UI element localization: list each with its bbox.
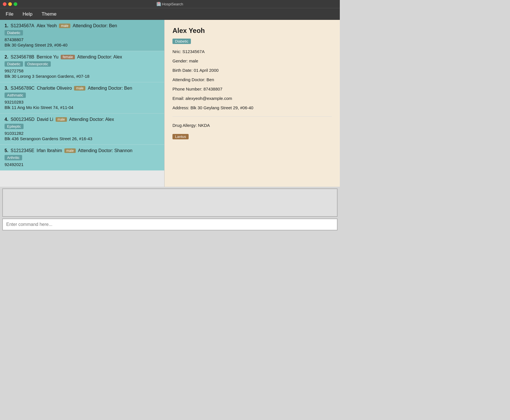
condition-tag: Arthritic bbox=[5, 155, 22, 160]
gender-badge: male bbox=[59, 24, 70, 28]
detail-divider bbox=[172, 116, 332, 117]
patient-index: 1. bbox=[5, 23, 8, 28]
app-title: HospiSearch bbox=[162, 2, 183, 6]
condition-tags: DiabeticOsteoporotic bbox=[5, 61, 160, 67]
detail-nric-value: S1234567A bbox=[182, 49, 205, 54]
condition-tags: Epileptic bbox=[5, 124, 160, 129]
patient-doctor: Attending Doctor: Ben bbox=[88, 86, 132, 91]
patient-card[interactable]: 2.S2345678BBernice YufemaleAttending Doc… bbox=[0, 51, 164, 82]
patient-index: 2. bbox=[5, 54, 8, 60]
gender-badge: male bbox=[64, 148, 76, 153]
patient-header: 4.S0012345DDavid LimaleAttending Doctor:… bbox=[5, 117, 160, 122]
detail-nric-label: Nric: bbox=[172, 49, 181, 54]
patient-nric: S2345678B bbox=[10, 54, 34, 60]
patient-phone: 87438807 bbox=[5, 37, 160, 42]
patient-card[interactable]: 1.S1234567AAlex YeohmaleAttending Doctor… bbox=[0, 20, 164, 51]
patient-list[interactable]: 1.S1234567AAlex YeohmaleAttending Doctor… bbox=[0, 20, 165, 187]
patient-nric: S3456789C bbox=[10, 86, 35, 91]
window-controls bbox=[3, 2, 17, 6]
patient-name: David Li bbox=[37, 117, 53, 122]
patient-phone: 93210283 bbox=[5, 100, 160, 104]
condition-tags: Arthritic bbox=[5, 155, 160, 160]
detail-address: Address: Blk 30 Geylang Street 29, #06-4… bbox=[172, 105, 332, 111]
patient-phone: 99272758 bbox=[5, 68, 160, 73]
patient-doctor: Attending Doctor: Alex bbox=[77, 54, 122, 60]
gender-badge: male bbox=[74, 86, 85, 91]
detail-nric: Nric: S1234567A bbox=[172, 49, 332, 54]
patient-header: 1.S1234567AAlex YeohmaleAttending Doctor… bbox=[5, 23, 160, 28]
minimize-button[interactable] bbox=[8, 2, 12, 6]
patient-address: Blk 436 Serangoon Gardens Street 26, #16… bbox=[5, 136, 160, 141]
patient-header: 2.S2345678BBernice YufemaleAttending Doc… bbox=[5, 54, 160, 60]
app-title-area: 🏥 HospiSearch bbox=[157, 2, 183, 6]
patient-phone: 91031282 bbox=[5, 131, 160, 136]
detail-gender-value: male bbox=[189, 58, 198, 63]
detail-doctor-value: Ben bbox=[206, 77, 214, 82]
detail-phone: Phone Number: 87438807 bbox=[172, 86, 332, 92]
output-panel bbox=[2, 188, 338, 217]
detail-gender: Gender: male bbox=[172, 58, 332, 64]
condition-tag: Asthmatic bbox=[5, 93, 26, 98]
detail-email-label: Email: bbox=[172, 96, 184, 101]
patient-header: 3.S3456789CCharlotte OliveiromaleAttendi… bbox=[5, 86, 160, 91]
patient-doctor: Attending Doctor: Alex bbox=[69, 117, 114, 122]
detail-phone-value: 87438807 bbox=[203, 87, 222, 91]
condition-tag: Epileptic bbox=[5, 124, 24, 129]
command-input[interactable] bbox=[3, 219, 337, 230]
patient-index: 3. bbox=[5, 86, 8, 91]
detail-drug-label: Drug Allergy: bbox=[172, 123, 197, 128]
bottom-area bbox=[0, 187, 340, 233]
patient-name: Irfan Ibrahim bbox=[37, 148, 62, 153]
detail-doctor-label: Attending Doctor: bbox=[172, 77, 205, 82]
gender-badge: female bbox=[61, 55, 75, 59]
detail-condition-tag: Diabetic bbox=[172, 39, 191, 44]
close-button[interactable] bbox=[3, 2, 7, 6]
patient-header: 5.S1212345EIrfan IbrahimmaleAttending Do… bbox=[5, 148, 160, 153]
detail-address-value: Blk 30 Geylang Street 29, #06-40 bbox=[190, 105, 253, 110]
patient-card[interactable]: 4.S0012345DDavid LimaleAttending Doctor:… bbox=[0, 114, 164, 145]
maximize-button[interactable] bbox=[14, 2, 17, 6]
patient-index: 4. bbox=[5, 117, 8, 122]
patient-phone: 92492021 bbox=[5, 162, 160, 167]
patient-doctor: Attending Doctor: Shannon bbox=[78, 148, 132, 153]
patient-nric: S1212345E bbox=[10, 148, 34, 153]
detail-patient-name: Alex Yeoh bbox=[172, 27, 332, 35]
detail-email-value: alexyeoh@example.com bbox=[186, 96, 232, 101]
condition-tag: Diabetic bbox=[5, 30, 23, 35]
patient-nric: S1234567A bbox=[10, 23, 34, 28]
condition-tags: Asthmatic bbox=[5, 93, 160, 98]
medication-tag: Lantus bbox=[172, 134, 189, 139]
patient-card[interactable]: 3.S3456789CCharlotte OliveiromaleAttendi… bbox=[0, 82, 164, 114]
condition-tag: Osteoporotic bbox=[25, 61, 51, 67]
main-content: 1.S1234567AAlex YeohmaleAttending Doctor… bbox=[0, 20, 340, 187]
condition-tag: Diabetic bbox=[5, 61, 23, 67]
condition-tags: Diabetic bbox=[5, 30, 160, 35]
app-icon: 🏥 bbox=[157, 2, 161, 6]
menu-bar: File Help Theme bbox=[0, 8, 340, 20]
patient-card[interactable]: 5.S1212345EIrfan IbrahimmaleAttending Do… bbox=[0, 145, 164, 171]
detail-phone-label: Phone Number: bbox=[172, 87, 202, 91]
title-bar: 🏥 HospiSearch bbox=[0, 0, 340, 8]
detail-birthdate-label: Birth Date: bbox=[172, 68, 193, 73]
patient-address: Blk 11 Ang Mo Kio Street 74, #11-04 bbox=[5, 105, 160, 110]
patient-name: Bernice Yu bbox=[37, 54, 58, 60]
patient-nric: S0012345D bbox=[10, 117, 35, 122]
detail-drug-allergy: Drug Allergy: NKDA bbox=[172, 122, 332, 128]
detail-gender-label: Gender: bbox=[172, 58, 188, 63]
patient-index: 5. bbox=[5, 148, 8, 153]
patient-address: Blk 30 Geylang Street 29, #06-40 bbox=[5, 43, 160, 47]
menu-theme[interactable]: Theme bbox=[40, 10, 58, 18]
menu-help[interactable]: Help bbox=[21, 10, 34, 18]
patient-address: Blk 30 Lorong 3 Serangoon Gardens, #07-1… bbox=[5, 74, 160, 79]
detail-address-label: Address: bbox=[172, 105, 189, 110]
detail-email: Email: alexyeoh@example.com bbox=[172, 95, 332, 101]
menu-file[interactable]: File bbox=[4, 10, 15, 18]
command-input-wrapper[interactable] bbox=[2, 219, 338, 230]
detail-doctor: Attending Doctor: Ben bbox=[172, 77, 332, 83]
detail-drug-value: NKDA bbox=[198, 123, 210, 128]
patient-name: Charlotte Oliveiro bbox=[37, 86, 72, 91]
detail-birthdate: Birth Date: 01 April 2000 bbox=[172, 67, 332, 73]
detail-medications: Lantus bbox=[172, 132, 332, 139]
patient-name: Alex Yeoh bbox=[37, 23, 57, 28]
detail-panel: Alex Yeoh Diabetic Nric: S1234567A Gende… bbox=[165, 20, 340, 187]
